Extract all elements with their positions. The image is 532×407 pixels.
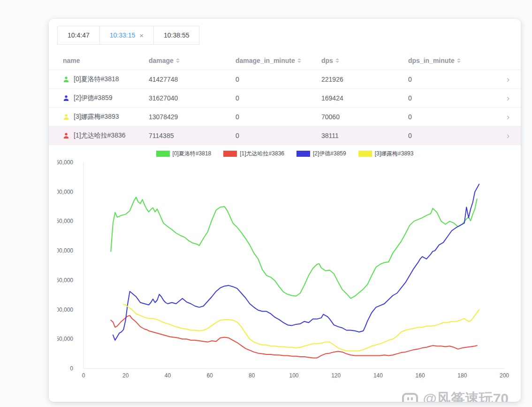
dps-table: name damage damage_in_minute dps dps_in_… xyxy=(49,51,521,145)
svg-text:0: 0 xyxy=(82,372,85,379)
table-header-row: name damage damage_in_minute dps dps_in_… xyxy=(49,51,521,70)
player-name-cell: [3]娜露梅#3893 xyxy=(49,113,149,121)
column-header-dps[interactable]: dps xyxy=(321,57,408,64)
column-label: damage xyxy=(149,57,174,64)
svg-text:160: 160 xyxy=(416,372,425,379)
tab-time-1[interactable]: 10:4:47 × xyxy=(57,26,100,45)
sort-asc-icon xyxy=(457,58,461,60)
damage-in-minute-value: 0 xyxy=(236,76,321,83)
column-label: name xyxy=(63,57,80,64)
svg-text:180: 180 xyxy=(457,372,467,379)
tab-time-2[interactable]: 10:33:15 × xyxy=(99,26,154,45)
dps-in-minute-value: 0 xyxy=(408,76,495,83)
damage-value: 13078429 xyxy=(149,113,236,121)
chart-svg: 050,000100,000150,000200,000250,000300,0… xyxy=(57,160,512,382)
close-tab-icon[interactable]: × xyxy=(139,32,144,39)
svg-text:60: 60 xyxy=(206,372,213,379)
dps-value: 38111 xyxy=(321,132,408,139)
chevron-right-icon: › xyxy=(507,112,509,121)
player-icon xyxy=(63,76,69,83)
tab-label: 10:38:55 xyxy=(164,31,190,39)
legend-item[interactable]: [3]娜露梅#3893 xyxy=(358,150,414,158)
dps-value: 221926 xyxy=(321,76,408,83)
svg-text:50,000: 50,000 xyxy=(57,336,73,342)
chart-legend: [0]夏洛特#3818 [1]尤达哈拉#3836 [2]伊德#3859 [3]娜… xyxy=(57,150,512,158)
svg-text:250,000: 250,000 xyxy=(57,218,73,224)
damage-value: 31627040 xyxy=(149,94,236,102)
svg-text:150,000: 150,000 xyxy=(57,277,73,284)
row-expand-button[interactable]: › xyxy=(495,112,521,121)
legend-swatch xyxy=(358,151,372,157)
watermark-logo-icon xyxy=(402,393,418,402)
legend-swatch xyxy=(223,151,237,157)
player-name: [2]伊德#3859 xyxy=(74,94,113,102)
dps-in-minute-value: 0 xyxy=(408,94,495,102)
column-label: damage_in_minute xyxy=(236,57,295,64)
tab-time-3[interactable]: 10:38:55 × xyxy=(153,26,200,45)
table-row[interactable]: [1]尤达哈拉#3836 7114385 0 38111 0 › xyxy=(49,126,521,145)
svg-text:120: 120 xyxy=(331,372,341,379)
svg-text:40: 40 xyxy=(165,372,171,379)
legend-item[interactable]: [2]伊德#3859 xyxy=(296,150,346,158)
tab-label: 10:33:15 xyxy=(110,31,136,39)
sort-carets-icon[interactable] xyxy=(297,58,301,63)
legend-label: [2]伊德#3859 xyxy=(313,150,346,158)
svg-text:20: 20 xyxy=(122,372,129,379)
row-expand-button[interactable]: › xyxy=(495,131,521,140)
table-row[interactable]: [2]伊德#3859 31627040 0 169424 0 › xyxy=(49,89,521,108)
svg-text:200: 200 xyxy=(500,372,509,379)
chevron-right-icon: › xyxy=(507,131,509,140)
table-row[interactable]: [3]娜露梅#3893 13078429 0 70060 0 › xyxy=(49,108,521,126)
dps-line-chart: 050,000100,000150,000200,000250,000300,0… xyxy=(57,160,512,384)
svg-text:100,000: 100,000 xyxy=(57,307,73,313)
dps-panel: 10:4:47 × 10:33:15 × 10:38:55 × name dam… xyxy=(49,19,521,402)
row-expand-button[interactable]: › xyxy=(495,75,521,84)
sort-desc-icon xyxy=(297,61,301,63)
player-name-cell: [1]尤达哈拉#3836 xyxy=(49,131,149,140)
sort-asc-icon xyxy=(176,58,180,60)
damage-value: 41427748 xyxy=(149,76,236,83)
dps-value: 70060 xyxy=(321,113,408,121)
column-header-damage-in-minute[interactable]: damage_in_minute xyxy=(236,57,321,64)
legend-swatch xyxy=(156,151,170,157)
damage-value: 7114385 xyxy=(149,132,236,139)
dps-in-minute-value: 0 xyxy=(408,113,495,121)
row-expand-button[interactable]: › xyxy=(495,93,521,102)
legend-label: [0]夏洛特#3818 xyxy=(173,150,212,158)
watermark: @风筝速玩70 xyxy=(402,389,509,402)
sort-carets-icon[interactable] xyxy=(457,58,461,63)
sort-desc-icon xyxy=(335,61,339,63)
svg-text:300,000: 300,000 xyxy=(57,189,73,195)
column-header-dps-in-minute[interactable]: dps_in_minute xyxy=(408,57,495,64)
player-name: [0]夏洛特#3818 xyxy=(74,75,119,84)
svg-text:100: 100 xyxy=(289,372,298,379)
table-row[interactable]: [0]夏洛特#3818 41427748 0 221926 0 › xyxy=(49,70,521,89)
player-icon xyxy=(63,114,69,120)
column-header-damage[interactable]: damage xyxy=(149,57,236,64)
svg-text:140: 140 xyxy=(373,372,383,379)
sort-desc-icon xyxy=(176,61,180,63)
damage-in-minute-value: 0 xyxy=(236,113,321,121)
tab-label: 10:4:47 xyxy=(68,31,90,39)
legend-label: [3]娜露梅#3893 xyxy=(375,150,414,158)
sort-desc-icon xyxy=(457,61,461,63)
player-name: [3]娜露梅#3893 xyxy=(74,113,119,121)
sort-asc-icon xyxy=(297,58,301,60)
watermark-text: @风筝速玩70 xyxy=(423,389,509,402)
legend-label: [1]尤达哈拉#3836 xyxy=(240,150,284,158)
dps-value: 169424 xyxy=(321,94,408,102)
legend-item[interactable]: [1]尤达哈拉#3836 xyxy=(223,150,284,158)
player-name-cell: [2]伊德#3859 xyxy=(49,94,149,102)
damage-in-minute-value: 0 xyxy=(236,132,321,139)
svg-text:0: 0 xyxy=(70,365,73,372)
svg-text:350,000: 350,000 xyxy=(57,160,73,166)
column-header-name: name xyxy=(49,57,149,64)
column-label: dps_in_minute xyxy=(408,57,455,64)
legend-item[interactable]: [0]夏洛特#3818 xyxy=(156,150,212,158)
player-name: [1]尤达哈拉#3836 xyxy=(74,131,126,140)
sort-carets-icon[interactable] xyxy=(176,58,180,63)
tab-bar: 10:4:47 × 10:33:15 × 10:38:55 × xyxy=(57,26,512,45)
column-label: dps xyxy=(321,57,333,64)
sort-carets-icon[interactable] xyxy=(335,58,339,63)
dps-in-minute-value: 0 xyxy=(408,132,495,139)
